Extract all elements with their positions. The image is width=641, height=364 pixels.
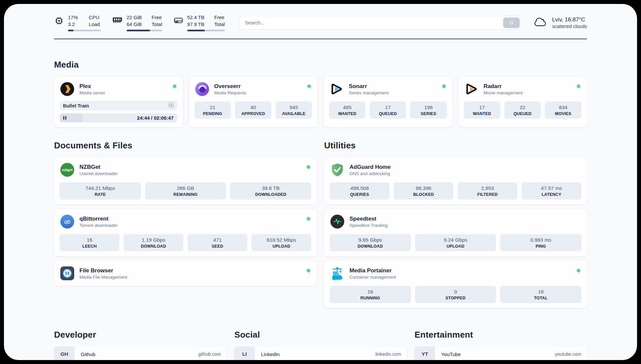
app-card-portainer[interactable]: Media Portainer Container management 16 … — [324, 261, 587, 308]
app-card-adguard[interactable]: AdGuard Home DNS and adblocking 498,508 … — [324, 157, 587, 204]
app-subtitle: Speedtest Tracking — [350, 223, 388, 228]
bookmark-name: Github — [81, 351, 95, 357]
section-title-entertainment: Entertainment — [414, 330, 587, 340]
search-input[interactable] — [239, 16, 522, 30]
svg-text:nzbget: nzbget — [62, 168, 73, 172]
app-title: AdGuard Home — [350, 164, 391, 170]
plex-icon — [60, 81, 75, 97]
stat-box: 21 PENDING — [195, 102, 231, 119]
app-title: qBittorrent — [79, 215, 118, 222]
bookmark-name: LinkedIn — [261, 351, 280, 357]
pause-icon — [63, 116, 66, 120]
app-title: Radarr — [484, 83, 523, 90]
app-card-speedtest[interactable]: Speedtest Speedtest Tracking 9.65 Gbps D… — [324, 209, 587, 256]
app-title: Media Portainer — [350, 267, 396, 274]
file-browser-icon — [60, 266, 75, 281]
weather-condition: scattered clouds — [552, 24, 587, 29]
app-title: NZBGet — [79, 164, 118, 170]
stat-box: 16 RUNNING — [330, 286, 411, 303]
stat-box: 0.993 ms PING — [500, 234, 581, 251]
stat-box: 17 WANTED — [464, 102, 500, 119]
status-dot — [577, 269, 580, 272]
qbittorrent-icon: qb — [60, 214, 75, 229]
playback-progress-bar[interactable]: 24:44 / 02:06:47 — [60, 113, 177, 122]
stat-box: 9.24 Gbps UPLOAD — [415, 234, 496, 251]
memory-progress-bar — [127, 30, 162, 31]
app-subtitle: Media server — [79, 90, 105, 95]
portainer-icon — [330, 266, 345, 281]
memory-label-2: Total — [152, 21, 162, 28]
stat-box: 498,508 QUERIES — [330, 182, 389, 199]
search-engine-button[interactable]: G — [503, 17, 520, 28]
stat-box: 86,396 BLOCKED — [394, 182, 453, 199]
bookmark-link-linkedin[interactable]: LI LinkedIn linkedin.com — [234, 347, 407, 360]
dashboard-page: 17% CPU 3.2 Load — [4, 4, 637, 360]
stat-box: 744.21 Mbps RATE — [60, 182, 141, 199]
stat-box: 945 AVAILABLE — [276, 102, 312, 119]
stat-box: 47.57 ms LATENCY — [522, 182, 581, 199]
cpu-value-2: 3.2 — [68, 21, 79, 28]
bookmark-abbr: LI — [234, 347, 255, 360]
documents-column: Documents & Files nzbget NZBGet — [54, 140, 317, 308]
stat-box: 9.65 Gbps DOWNLOAD — [330, 234, 411, 251]
header-divider — [54, 39, 587, 39]
app-card-file-browser[interactable]: File Browser Media File Management — [54, 261, 317, 286]
bookmark-link-youtube[interactable]: YT YouTube youtube.com — [414, 347, 587, 360]
app-card-qbittorrent[interactable]: qb qBittorrent Torrent downloader 16 LEE… — [54, 209, 317, 256]
bookmark-url: github.com — [198, 351, 221, 357]
app-subtitle: Usenet downloader — [79, 171, 118, 176]
stat-box: 22 QUEUED — [504, 102, 541, 119]
disk-progress-bar — [187, 30, 225, 31]
app-title: Speedtest — [350, 215, 388, 222]
app-card-plex[interactable]: Plex Media server Bullet Train 24:44 / 0 — [54, 76, 183, 127]
stat-box: 40 APPROVED — [235, 102, 271, 119]
stat-box: 1.19 Gbps DOWNLOAD — [124, 234, 183, 251]
utilities-column: Utilities AdGuard Home — [324, 140, 587, 308]
app-subtitle: Media File Management — [79, 275, 127, 280]
overseerr-icon — [195, 81, 210, 97]
app-card-overseerr[interactable]: Overseerr Media Requests 21 PENDING 40 A… — [189, 76, 318, 127]
memory-value-2: 64 GiB — [127, 21, 142, 28]
search-bar: G — [239, 16, 522, 30]
now-playing-row: Bullet Train — [60, 101, 177, 110]
media-cards-row: Plex Media server Bullet Train 24:44 / 0 — [54, 76, 587, 127]
stat-box: 196 SERIES — [410, 102, 446, 119]
cpu-label-2: Load — [89, 21, 101, 28]
app-card-radarr[interactable]: Radarr Movie management 17 WANTED 22 QUE… — [458, 76, 587, 127]
section-title-social: Social — [234, 330, 407, 340]
section-title-developer: Developer — [54, 330, 227, 340]
disk-stat: 52.4 TB Free 97.9 TB Total — [173, 14, 225, 31]
cloud-icon — [534, 16, 548, 29]
app-subtitle: Container management — [350, 275, 396, 280]
section-title-documents: Documents & Files — [54, 140, 317, 151]
status-dot — [442, 84, 446, 88]
bookmark-group-social: Social LI LinkedIn linkedin.com TW Twitt… — [234, 330, 407, 360]
stat-box: 618.52 Mbps UPLOAD — [252, 234, 311, 251]
disk-value-2: 97.9 TB — [187, 21, 204, 28]
screen-record-icon — [168, 102, 174, 109]
cpu-chip-icon — [54, 16, 64, 27]
bookmark-link-github[interactable]: GH Github github.com — [54, 347, 227, 360]
memory-stat: 22 GiB Free 64 GiB Total — [112, 14, 162, 31]
nzbget-icon: nzbget — [60, 162, 75, 177]
memory-icon — [112, 16, 123, 26]
disk-label-2: Total — [214, 21, 225, 28]
section-title-media: Media — [54, 60, 587, 70]
status-dot — [577, 84, 580, 88]
bookmark-url: youtube.com — [555, 351, 581, 357]
cpu-label-1: CPU — [89, 14, 101, 21]
disk-label-1: Free — [214, 14, 225, 21]
stat-box: 16 TOTAL — [500, 286, 581, 303]
stat-box: 39.6 TB DOWNLOADED — [230, 182, 311, 199]
app-card-sonarr[interactable]: Sonarr Series management 485 WANTED 17 Q… — [323, 76, 452, 127]
hard-drive-icon — [173, 16, 183, 26]
radarr-icon — [464, 81, 479, 97]
app-title: Plex — [79, 83, 105, 90]
system-stats: 17% CPU 3.2 Load — [54, 14, 225, 31]
stat-box: 485 WANTED — [329, 102, 365, 119]
bookmark-name: YouTube — [441, 351, 461, 357]
app-subtitle: DNS and adblocking — [350, 171, 391, 176]
cpu-stat: 17% CPU 3.2 Load — [54, 14, 101, 31]
app-card-nzbget[interactable]: nzbget NZBGet Usenet downloader 744.21 M… — [54, 157, 317, 204]
app-title: Overseerr — [214, 83, 247, 90]
